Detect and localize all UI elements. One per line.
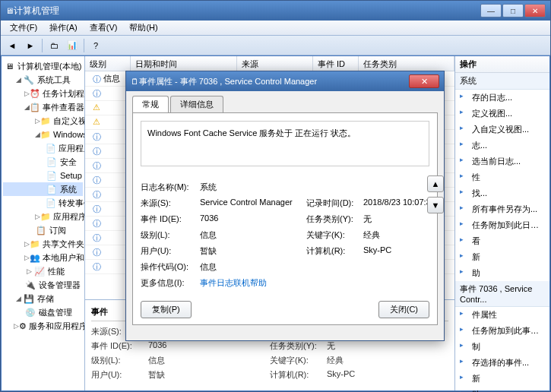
tree-forwarded[interactable]: 📄转发事件 [3, 196, 83, 210]
tree-device-manager[interactable]: 🔌设备管理器 [3, 278, 83, 292]
actions-item[interactable]: 志... [455, 138, 549, 153]
actions-item[interactable]: 找... [455, 185, 549, 201]
online-help-link[interactable]: 事件日志联机帮助 [200, 277, 306, 289]
tree-storage[interactable]: ◢💾存储 [3, 292, 83, 305]
actions-item[interactable]: 制 [455, 339, 549, 355]
tree-local-users[interactable]: ▷👥本地用户和组 [3, 251, 83, 264]
info-icon: ⓘ [88, 218, 99, 229]
tree-app-services[interactable]: ▷📁应用程序和服务日志 [3, 210, 83, 223]
actions-item[interactable]: 新 [455, 249, 549, 265]
dialog-icon: 🗒 [131, 77, 139, 86]
tab-general[interactable]: 常规 [132, 96, 169, 112]
tree-shared-folders[interactable]: ▷📁共享文件夹 [3, 237, 83, 251]
titlebar[interactable]: 🖥 计算机管理 — □ ✕ [1, 1, 550, 21]
info-icon: ⓘ [88, 160, 99, 171]
dialog-title: 事件属性 - 事件 7036 , Service Control Manager [139, 76, 409, 87]
close-button[interactable]: ✕ [524, 4, 546, 17]
actions-item[interactable]: 新 [455, 371, 549, 387]
back-icon[interactable]: ◄ [5, 39, 19, 52]
menu-file[interactable]: 文件(F) [4, 21, 43, 35]
detail-label: 关键字(K): [270, 355, 327, 366]
field-label: 事件 ID(E): [141, 213, 200, 225]
col-eventid[interactable]: 事件 ID [313, 56, 359, 71]
info-icon: ⓘ [88, 74, 99, 84]
actions-item[interactable]: 所有事件另存为... [455, 201, 549, 217]
actions-item[interactable]: 件属性 [455, 307, 549, 323]
tree-performance[interactable]: ▷📈性能 [3, 264, 83, 278]
tree-setup[interactable]: 📄Setup [3, 169, 83, 182]
menu-view[interactable]: 查看(V) [84, 21, 124, 35]
separator [42, 39, 43, 52]
actions-section: 系统 [455, 73, 549, 90]
detail-label: 用户(U): [91, 369, 148, 381]
close-button[interactable]: 关闭(C) [378, 301, 429, 318]
tree-services[interactable]: ▷⚙服务和应用程序 [3, 319, 83, 333]
maximize-button[interactable]: □ [502, 4, 524, 17]
col-level[interactable]: 级别 [85, 56, 131, 71]
help-icon[interactable]: ? [89, 39, 103, 52]
field-label: 级别(L): [141, 229, 200, 241]
menu-action[interactable]: 操作(A) [43, 21, 84, 35]
actions-item[interactable]: 性 [455, 169, 549, 185]
tree-event-viewer[interactable]: ◢📋事件查看器 [3, 100, 83, 114]
tree-system[interactable]: 📄系统 [3, 182, 83, 196]
actions-panel: 操作 系统 存的日志...定义视图...入自定义视图...志...选当前日志..… [455, 56, 549, 390]
col-datetime[interactable]: 日期和时间 [131, 56, 237, 71]
dialog-close-button[interactable]: ✕ [409, 74, 439, 88]
nav-down-button[interactable]: ▼ [427, 197, 444, 213]
actions-item[interactable]: 存选择的事件... [455, 355, 549, 371]
minimize-button[interactable]: — [480, 4, 502, 17]
warning-icon: ⚠ [88, 117, 99, 128]
tab-details[interactable]: 详细信息 [170, 96, 223, 112]
copy-button[interactable]: 复制(P) [141, 301, 192, 318]
info-icon: ⓘ [88, 204, 99, 214]
tree-root[interactable]: 🖥计算机管理(本地) [3, 59, 83, 73]
tree-disk-management[interactable]: 💿磁盘管理 [3, 305, 83, 319]
app-icon: 🖥 [5, 6, 14, 15]
field-label: 日志名称(M): [141, 182, 200, 193]
forward-icon[interactable]: ► [24, 39, 37, 52]
toolbar-icon[interactable]: 🗀 [47, 39, 61, 52]
col-source[interactable]: 来源 [237, 56, 313, 71]
actions-item[interactable]: 选当前日志... [455, 153, 549, 169]
tree-systools[interactable]: ◢🔧系统工具 [3, 73, 83, 87]
list-header: 级别 日期和时间 来源 事件 ID 任务类别 [85, 56, 454, 71]
tree-view[interactable]: 🖥计算机管理(本地) ◢🔧系统工具 ▷⏰任务计划程序 ◢📋事件查看器 ▷📁自定义… [2, 56, 85, 390]
info-icon: ⓘ [88, 88, 99, 99]
tree-custom-views[interactable]: ▷📁自定义视图 [3, 114, 83, 128]
toolbar-icon[interactable]: 📊 [65, 39, 79, 52]
tree-subscriptions[interactable]: 📋订阅 [3, 223, 83, 237]
warning-icon: ⚠ [88, 103, 99, 113]
menu-help[interactable]: 帮助(H) [123, 21, 163, 35]
event-properties-dialog: 🗒 事件属性 - 事件 7036 , Service Control Manag… [125, 71, 445, 341]
actions-item[interactable]: 任务附加到此日志... [455, 217, 549, 233]
detail-label: 计算机(R): [270, 369, 327, 381]
info-icon: ⓘ [88, 146, 99, 156]
detail-label: 事件 ID(E): [91, 340, 148, 352]
actions-item[interactable]: 入自定义视图... [455, 122, 549, 138]
actions-item[interactable]: 任务附加到此事件... [455, 323, 549, 339]
field-label: 来源(S): [141, 198, 200, 209]
actions-item[interactable]: 定义视图... [455, 106, 549, 122]
info-icon: ⓘ [88, 232, 99, 243]
actions-item[interactable]: 存的日志... [455, 90, 549, 106]
separator [84, 39, 84, 52]
info-icon: ⓘ [88, 175, 99, 185]
dialog-titlebar[interactable]: 🗒 事件属性 - 事件 7036 , Service Control Manag… [126, 71, 444, 91]
info-icon: ⓘ [88, 261, 99, 272]
field-label: 记录时间(D): [306, 198, 363, 209]
actions-item[interactable]: 看 [455, 233, 549, 249]
info-icon: ⓘ [88, 189, 99, 200]
tree-security[interactable]: 📄安全 [3, 155, 83, 169]
info-icon: ⓘ [88, 131, 99, 142]
col-category[interactable]: 任务类别 [359, 56, 454, 71]
detail-label: 任务类别(Y): [270, 340, 327, 352]
nav-up-button[interactable]: ▲ [427, 175, 444, 192]
actions-item[interactable]: 助 [455, 265, 549, 281]
tree-scheduler[interactable]: ▷⏰任务计划程序 [3, 87, 83, 100]
detail-label: 级别(L): [91, 355, 148, 366]
actions-header: 操作 [455, 56, 549, 73]
tree-application[interactable]: 📄应用程序 [3, 141, 83, 155]
actions-item[interactable]: 助 [455, 387, 549, 392]
tree-windows-logs[interactable]: ◢📁Windows 日志 [3, 128, 83, 141]
